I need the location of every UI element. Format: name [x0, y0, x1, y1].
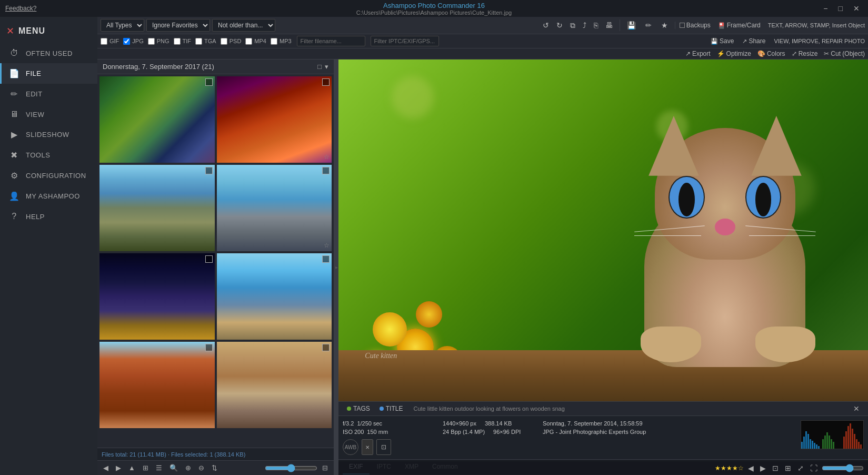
- photo-thumb-3[interactable]: [99, 165, 215, 251]
- filter-filename-input[interactable]: [297, 36, 365, 46]
- crop-button[interactable]: ⊡: [770, 463, 781, 473]
- toolbar-text-tools[interactable]: TEXT, ARROW, STAMP, Insert Object: [768, 22, 865, 28]
- close-menu-icon[interactable]: ✕: [6, 25, 14, 37]
- toolbar-backups-button[interactable]: Backups: [686, 22, 711, 29]
- svg-rect-21: [829, 436, 830, 449]
- mp4-checkbox[interactable]: MP4: [245, 38, 266, 45]
- sidebar-item-help[interactable]: ? HELP: [0, 206, 97, 226]
- close-button[interactable]: ✕: [850, 3, 863, 14]
- sidebar-item-file[interactable]: 📄 FILE: [0, 63, 97, 84]
- photo-thumb-8[interactable]: [217, 342, 332, 428]
- thumb-star-4[interactable]: ☆: [324, 242, 330, 249]
- thumb-checkbox-5[interactable]: [205, 255, 213, 263]
- nav-up-button[interactable]: ▲: [126, 463, 138, 473]
- thumb-checkbox-4[interactable]: [322, 167, 330, 174]
- nav-prev-button[interactable]: ◀: [101, 463, 111, 473]
- sd-card-button[interactable]: 💾: [624, 19, 638, 31]
- cut-object-button[interactable]: ✂Cut (Object): [824, 50, 865, 57]
- awb-x-button[interactable]: ✕: [362, 439, 373, 455]
- sidebar-item-label: MY ASHAMPOO: [26, 192, 80, 200]
- optimize-button[interactable]: ⚡Optimize: [717, 50, 751, 57]
- thumb-checkbox-8[interactable]: [322, 344, 330, 351]
- filter-type-select[interactable]: All Types: [101, 19, 144, 32]
- sidebar-item-slideshow[interactable]: ▶ SLIDESHOW: [0, 124, 97, 145]
- psd-checkbox[interactable]: PSD: [221, 38, 242, 45]
- rotate-right-button[interactable]: ↻: [554, 19, 565, 31]
- aspect-ratio-button[interactable]: ⊡: [376, 439, 391, 455]
- prev-image-button[interactable]: ◀: [746, 463, 756, 473]
- png-checkbox[interactable]: PNG: [148, 38, 169, 45]
- sidebar-item-edit[interactable]: ✏ EDIT: [0, 84, 97, 104]
- photo-thumb-5[interactable]: [99, 253, 215, 340]
- filter-iptc-input[interactable]: [371, 36, 439, 46]
- thumb-star-2[interactable]: ☆: [324, 153, 330, 161]
- content-area: All Types Ignore Favorites Not older tha…: [97, 17, 868, 475]
- bpp-value: 24 Bpp (1.4 MP): [443, 429, 485, 435]
- preview-star-rating[interactable]: ★★★★☆: [715, 464, 744, 472]
- filter-age-select[interactable]: Not older than...: [212, 19, 275, 32]
- nav-search-button[interactable]: 🔍: [167, 463, 181, 473]
- share-button[interactable]: ↗ Share: [742, 37, 765, 45]
- sidebar-item-configuration[interactable]: ⚙ CONFIGURATION: [0, 165, 97, 186]
- new-window-button[interactable]: ⧉: [567, 19, 578, 32]
- photo-thumb-1[interactable]: [99, 76, 215, 163]
- svg-rect-7: [816, 444, 817, 449]
- nav-zoom-in-button[interactable]: ⊕: [183, 463, 194, 473]
- resize-button[interactable]: ⤢Resize: [792, 50, 818, 57]
- sidebar-item-my-ashampoo[interactable]: 👤 MY ASHAMPOO: [0, 186, 97, 206]
- save-button[interactable]: 💾 Save: [711, 37, 734, 45]
- photo-thumb-7[interactable]: [99, 342, 215, 428]
- thumb-checkbox-7[interactable]: [205, 344, 213, 351]
- toolbar-frame-card-button[interactable]: Frame/Card: [727, 22, 761, 29]
- view-improve-button[interactable]: VIEW, IMPROVE, REPAIR PHOTO: [774, 38, 865, 44]
- nav-sort-button[interactable]: ⇅: [209, 463, 220, 473]
- share-icon-button[interactable]: ⤴: [580, 19, 589, 31]
- svg-rect-6: [814, 443, 815, 449]
- edit2-button[interactable]: ✏: [643, 19, 654, 31]
- feedback-link[interactable]: Feedback?: [5, 5, 36, 12]
- minimize-button[interactable]: −: [820, 3, 831, 14]
- jpg-checkbox[interactable]: JPG: [123, 38, 143, 45]
- print-button[interactable]: 🖶: [603, 19, 615, 31]
- left-panel-resize-handle[interactable]: ▸: [334, 60, 338, 475]
- filter-favorites-select[interactable]: Ignore Favorites: [146, 19, 210, 32]
- gif-checkbox[interactable]: GIF: [101, 38, 119, 45]
- thumb-size-slider[interactable]: [265, 464, 317, 472]
- colors-button[interactable]: 🎨Colors: [757, 50, 785, 57]
- nav-next-button[interactable]: ▶: [113, 463, 124, 473]
- fit-button[interactable]: ⤢: [795, 463, 806, 473]
- view-toggle-icon[interactable]: □: [317, 63, 322, 71]
- export-button[interactable]: ↗Export: [685, 50, 711, 57]
- next-image-button[interactable]: ▶: [758, 463, 768, 473]
- star-button[interactable]: ★: [659, 19, 671, 31]
- thumb-checkbox-1[interactable]: [205, 78, 213, 86]
- thumb-checkbox-2[interactable]: [322, 78, 330, 86]
- nav-grid-button[interactable]: ⊞: [140, 463, 151, 473]
- info-close-button[interactable]: ✕: [849, 402, 864, 415]
- sidebar-item-often-used[interactable]: ⏱ OFTEN USED: [0, 43, 97, 63]
- clock-icon: ⏱: [9, 48, 19, 58]
- sidebar-item-tools[interactable]: ✖ TOOLS: [0, 145, 97, 165]
- nav-zoom-out-button[interactable]: ⊖: [196, 463, 207, 473]
- thumb-checkbox-3[interactable]: [205, 167, 213, 174]
- tga-checkbox[interactable]: TGA: [195, 38, 216, 45]
- copy-button[interactable]: ⎘: [591, 19, 601, 31]
- photo-preview: Cute kitten ★★★★☆ ◀ ▶ ⊡ ⊞ ⤢ ⛶: [338, 60, 868, 475]
- thumb-checkbox-6[interactable]: [322, 255, 330, 263]
- title-tab[interactable]: TITLE: [375, 402, 407, 415]
- photo-thumb-6[interactable]: [217, 253, 332, 340]
- collapse-icon[interactable]: ▾: [325, 63, 328, 71]
- tags-tab[interactable]: TAGS: [343, 402, 374, 415]
- fullscreen-button[interactable]: ⛶: [808, 463, 820, 473]
- photo-thumb-4[interactable]: ☆: [217, 165, 332, 251]
- maximize-button[interactable]: □: [835, 3, 846, 14]
- nav-grid2-button[interactable]: ⊟: [320, 463, 331, 473]
- compare-button[interactable]: ⊞: [783, 463, 793, 473]
- mp3-checkbox[interactable]: MP3: [271, 38, 292, 45]
- rotate-left-button[interactable]: ↺: [540, 19, 552, 31]
- nav-list-button[interactable]: ☰: [153, 463, 165, 473]
- sidebar-item-view[interactable]: 🖥 VIEW: [0, 104, 97, 124]
- photo-thumb-2[interactable]: ☆: [217, 76, 332, 163]
- preview-zoom-slider[interactable]: [822, 464, 864, 472]
- tif-checkbox[interactable]: TIF: [174, 38, 192, 45]
